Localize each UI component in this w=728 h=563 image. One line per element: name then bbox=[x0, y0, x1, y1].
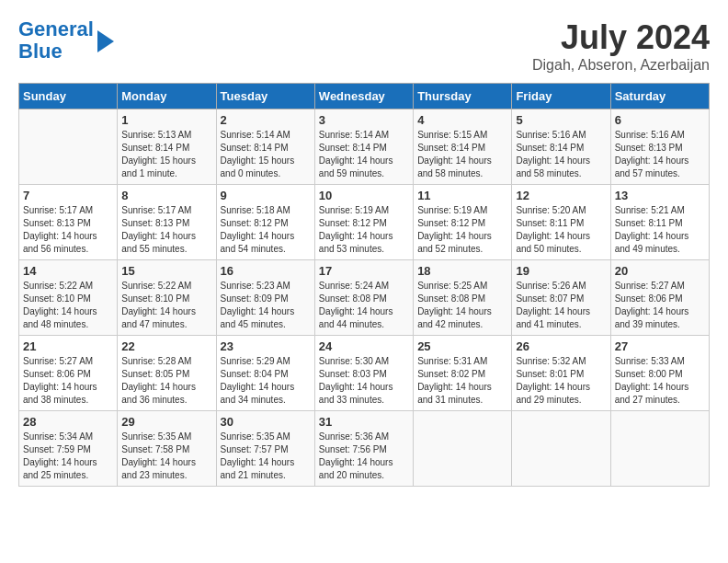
week-row-3: 14Sunrise: 5:22 AM Sunset: 8:10 PM Dayli… bbox=[19, 260, 710, 336]
day-number: 11 bbox=[417, 189, 507, 202]
day-number: 9 bbox=[221, 189, 311, 202]
col-header-saturday: Saturday bbox=[610, 84, 709, 109]
col-header-friday: Friday bbox=[512, 84, 610, 109]
day-number: 16 bbox=[221, 264, 311, 278]
col-header-monday: Monday bbox=[118, 84, 216, 109]
day-info: Sunrise: 5:33 AM Sunset: 8:00 PM Dayligh… bbox=[615, 355, 705, 407]
calendar-cell: 27Sunrise: 5:33 AM Sunset: 8:00 PM Dayli… bbox=[610, 336, 709, 411]
calendar-cell: 3Sunrise: 5:14 AM Sunset: 8:14 PM Daylig… bbox=[314, 109, 413, 185]
calendar-cell: 7Sunrise: 5:17 AM Sunset: 8:13 PM Daylig… bbox=[19, 185, 118, 260]
day-number: 14 bbox=[23, 264, 113, 278]
calendar-cell bbox=[19, 109, 118, 185]
day-number: 8 bbox=[121, 189, 211, 202]
day-number: 12 bbox=[516, 189, 606, 202]
day-number: 21 bbox=[23, 339, 113, 353]
day-info: Sunrise: 5:16 AM Sunset: 8:13 PM Dayligh… bbox=[615, 129, 705, 180]
day-number: 31 bbox=[319, 415, 409, 429]
calendar-cell: 14Sunrise: 5:22 AM Sunset: 8:10 PM Dayli… bbox=[19, 260, 118, 336]
day-info: Sunrise: 5:30 AM Sunset: 8:03 PM Dayligh… bbox=[319, 355, 409, 407]
day-number: 23 bbox=[221, 339, 311, 353]
calendar-cell: 4Sunrise: 5:15 AM Sunset: 8:14 PM Daylig… bbox=[414, 109, 512, 185]
week-row-5: 28Sunrise: 5:34 AM Sunset: 7:59 PM Dayli… bbox=[19, 411, 710, 487]
calendar-cell bbox=[512, 411, 610, 487]
day-info: Sunrise: 5:36 AM Sunset: 7:56 PM Dayligh… bbox=[319, 431, 409, 482]
day-info: Sunrise: 5:29 AM Sunset: 8:04 PM Dayligh… bbox=[221, 355, 311, 407]
calendar-cell: 6Sunrise: 5:16 AM Sunset: 8:13 PM Daylig… bbox=[610, 109, 709, 185]
day-info: Sunrise: 5:27 AM Sunset: 8:06 PM Dayligh… bbox=[23, 355, 113, 407]
day-info: Sunrise: 5:20 AM Sunset: 8:11 PM Dayligh… bbox=[516, 204, 606, 256]
week-row-1: 1Sunrise: 5:13 AM Sunset: 8:14 PM Daylig… bbox=[19, 109, 710, 185]
day-number: 25 bbox=[417, 339, 507, 353]
calendar-cell: 20Sunrise: 5:27 AM Sunset: 8:06 PM Dayli… bbox=[610, 260, 709, 336]
day-info: Sunrise: 5:19 AM Sunset: 8:12 PM Dayligh… bbox=[417, 204, 507, 256]
calendar-cell: 12Sunrise: 5:20 AM Sunset: 8:11 PM Dayli… bbox=[512, 185, 610, 260]
day-number: 17 bbox=[319, 264, 409, 278]
calendar-cell: 10Sunrise: 5:19 AM Sunset: 8:12 PM Dayli… bbox=[314, 185, 413, 260]
day-info: Sunrise: 5:17 AM Sunset: 8:13 PM Dayligh… bbox=[23, 204, 113, 256]
calendar-cell bbox=[414, 411, 512, 487]
calendar-cell: 21Sunrise: 5:27 AM Sunset: 8:06 PM Dayli… bbox=[19, 336, 118, 411]
day-number: 27 bbox=[615, 339, 705, 353]
day-number: 2 bbox=[221, 113, 311, 127]
calendar-table: SundayMondayTuesdayWednesdayThursdayFrid… bbox=[18, 83, 710, 487]
calendar-cell: 18Sunrise: 5:25 AM Sunset: 8:08 PM Dayli… bbox=[414, 260, 512, 336]
calendar-cell: 31Sunrise: 5:36 AM Sunset: 7:56 PM Dayli… bbox=[314, 411, 413, 487]
calendar-cell: 29Sunrise: 5:35 AM Sunset: 7:58 PM Dayli… bbox=[118, 411, 216, 487]
day-info: Sunrise: 5:35 AM Sunset: 7:58 PM Dayligh… bbox=[121, 431, 211, 482]
subtitle: Digah, Abseron, Azerbaijan bbox=[532, 57, 710, 74]
day-info: Sunrise: 5:27 AM Sunset: 8:06 PM Dayligh… bbox=[615, 280, 705, 331]
logo-text-blue: Blue bbox=[18, 40, 63, 63]
calendar-cell: 19Sunrise: 5:26 AM Sunset: 8:07 PM Dayli… bbox=[512, 260, 610, 336]
day-number: 22 bbox=[121, 339, 211, 353]
calendar-cell: 2Sunrise: 5:14 AM Sunset: 8:14 PM Daylig… bbox=[216, 109, 314, 185]
day-number: 1 bbox=[121, 113, 211, 127]
day-info: Sunrise: 5:31 AM Sunset: 8:02 PM Dayligh… bbox=[417, 355, 507, 407]
day-number: 26 bbox=[516, 339, 606, 353]
col-header-sunday: Sunday bbox=[19, 84, 118, 109]
day-info: Sunrise: 5:17 AM Sunset: 8:13 PM Dayligh… bbox=[121, 204, 211, 256]
title-block: July 2024 Digah, Abseron, Azerbaijan bbox=[532, 18, 710, 74]
day-number: 30 bbox=[221, 415, 311, 429]
day-number: 28 bbox=[23, 415, 113, 429]
calendar-cell: 13Sunrise: 5:21 AM Sunset: 8:11 PM Dayli… bbox=[610, 185, 709, 260]
col-header-thursday: Thursday bbox=[414, 84, 512, 109]
page-header: General Blue July 2024 Digah, Abseron, A… bbox=[18, 18, 710, 74]
calendar-cell: 26Sunrise: 5:32 AM Sunset: 8:01 PM Dayli… bbox=[512, 336, 610, 411]
day-number: 20 bbox=[615, 264, 705, 278]
calendar-cell: 8Sunrise: 5:17 AM Sunset: 8:13 PM Daylig… bbox=[118, 185, 216, 260]
day-number: 13 bbox=[615, 189, 705, 202]
day-info: Sunrise: 5:18 AM Sunset: 8:12 PM Dayligh… bbox=[221, 204, 311, 256]
main-title: July 2024 bbox=[532, 18, 710, 57]
col-header-tuesday: Tuesday bbox=[216, 84, 314, 109]
calendar-cell bbox=[610, 411, 709, 487]
day-info: Sunrise: 5:21 AM Sunset: 8:11 PM Dayligh… bbox=[615, 204, 705, 256]
day-info: Sunrise: 5:22 AM Sunset: 8:10 PM Dayligh… bbox=[121, 280, 211, 331]
calendar-cell: 1Sunrise: 5:13 AM Sunset: 8:14 PM Daylig… bbox=[118, 109, 216, 185]
day-info: Sunrise: 5:35 AM Sunset: 7:57 PM Dayligh… bbox=[221, 431, 311, 482]
col-header-wednesday: Wednesday bbox=[314, 84, 413, 109]
day-number: 19 bbox=[516, 264, 606, 278]
logo: General Blue bbox=[18, 18, 114, 63]
day-info: Sunrise: 5:24 AM Sunset: 8:08 PM Dayligh… bbox=[319, 280, 409, 331]
day-info: Sunrise: 5:22 AM Sunset: 8:10 PM Dayligh… bbox=[23, 280, 113, 331]
day-info: Sunrise: 5:13 AM Sunset: 8:14 PM Dayligh… bbox=[121, 129, 211, 180]
calendar-cell: 24Sunrise: 5:30 AM Sunset: 8:03 PM Dayli… bbox=[314, 336, 413, 411]
day-number: 3 bbox=[319, 113, 409, 127]
day-number: 29 bbox=[121, 415, 211, 429]
day-number: 4 bbox=[417, 113, 507, 127]
day-info: Sunrise: 5:14 AM Sunset: 8:14 PM Dayligh… bbox=[319, 129, 409, 180]
day-number: 10 bbox=[319, 189, 409, 202]
day-number: 7 bbox=[23, 189, 113, 202]
day-number: 6 bbox=[615, 113, 705, 127]
calendar-cell: 23Sunrise: 5:29 AM Sunset: 8:04 PM Dayli… bbox=[216, 336, 314, 411]
day-number: 24 bbox=[319, 339, 409, 353]
calendar-cell: 17Sunrise: 5:24 AM Sunset: 8:08 PM Dayli… bbox=[314, 260, 413, 336]
calendar-cell: 11Sunrise: 5:19 AM Sunset: 8:12 PM Dayli… bbox=[414, 185, 512, 260]
calendar-cell: 16Sunrise: 5:23 AM Sunset: 8:09 PM Dayli… bbox=[216, 260, 314, 336]
day-number: 5 bbox=[516, 113, 606, 127]
logo-arrow-icon bbox=[97, 30, 114, 52]
day-number: 18 bbox=[417, 264, 507, 278]
week-row-2: 7Sunrise: 5:17 AM Sunset: 8:13 PM Daylig… bbox=[19, 185, 710, 260]
calendar-cell: 30Sunrise: 5:35 AM Sunset: 7:57 PM Dayli… bbox=[216, 411, 314, 487]
day-info: Sunrise: 5:16 AM Sunset: 8:14 PM Dayligh… bbox=[516, 129, 606, 180]
